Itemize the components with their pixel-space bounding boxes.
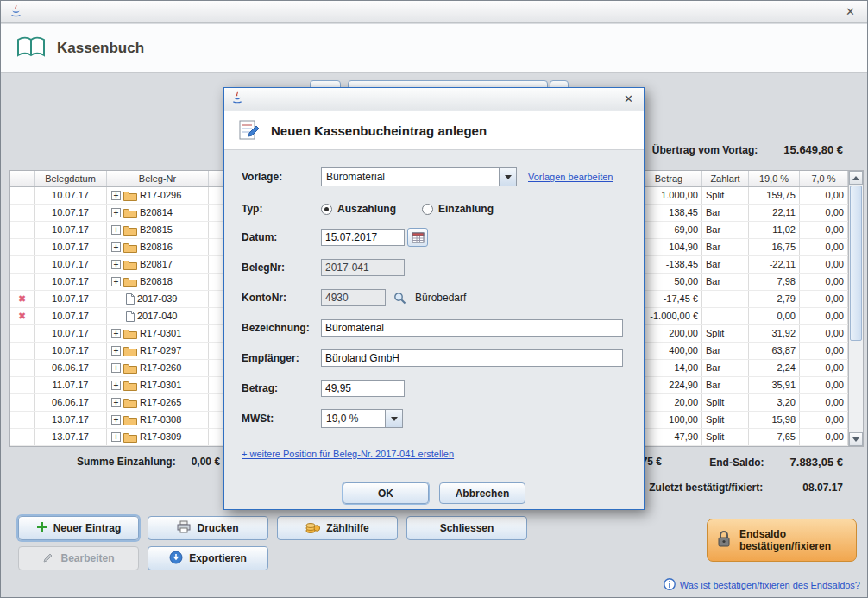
- chevron-down-icon[interactable]: [385, 410, 402, 427]
- empfaenger-input[interactable]: [321, 349, 623, 367]
- expand-icon[interactable]: +: [111, 277, 121, 286]
- print-button[interactable]: Drucken: [148, 516, 268, 540]
- scrollbar-thumb[interactable]: [850, 186, 862, 341]
- calendar-button[interactable]: [407, 228, 428, 247]
- cell-betrag: 104,90: [636, 239, 702, 255]
- expand-icon[interactable]: +: [111, 225, 121, 235]
- belegnr-text: R17-0301: [140, 325, 181, 342]
- vorlagen-bearbeiten-link[interactable]: Vorlagen bearbeiten: [528, 172, 613, 182]
- cell-belegnr: +R17-0301: [107, 325, 209, 342]
- export-button[interactable]: Exportieren: [148, 546, 268, 570]
- col-vat19[interactable]: 19,0 %: [749, 171, 800, 186]
- cell-zahlart: Split: [702, 187, 749, 204]
- cell-zahlart: Split: [702, 429, 749, 445]
- cell-vat7: 0,00: [800, 222, 848, 238]
- cell-belegdatum: 10.07.17: [35, 308, 107, 324]
- delete-icon[interactable]: ✖: [18, 311, 26, 321]
- cell-vat19: 7,98: [749, 274, 800, 290]
- delete-cell: [10, 222, 35, 238]
- betrag-input[interactable]: [321, 380, 405, 397]
- cell-vat19: 35,91: [749, 377, 800, 393]
- cell-belegnr: +B20814: [107, 205, 209, 221]
- cell-zahlart: [702, 291, 749, 307]
- cell-vat7: 0,00: [800, 325, 848, 342]
- radio-einzahlung-label: Einzahlung: [438, 203, 494, 215]
- belegnr-input[interactable]: [321, 259, 405, 276]
- delete-cell: [10, 274, 35, 290]
- edit-button[interactable]: Bearbeiten: [18, 546, 139, 570]
- cell-belegdatum: 10.07.17: [35, 291, 107, 307]
- folder-icon: [123, 363, 137, 374]
- cell-betrag: 138,45: [636, 205, 702, 221]
- expand-icon[interactable]: +: [111, 329, 121, 338]
- expand-icon[interactable]: +: [111, 191, 121, 200]
- chevron-down-icon[interactable]: [499, 168, 516, 186]
- vertical-scrollbar[interactable]: [848, 171, 863, 446]
- coins-icon: [305, 520, 320, 536]
- delete-cell: [10, 429, 35, 445]
- cell-betrag: 20,00: [636, 394, 702, 411]
- col-zahlart[interactable]: Zahlart: [702, 171, 749, 186]
- folder-icon: [123, 225, 137, 236]
- expand-icon[interactable]: +: [111, 208, 121, 217]
- col-belegdatum[interactable]: Belegdatum: [35, 171, 107, 186]
- mwst-combobox[interactable]: 19,0 %: [321, 409, 403, 428]
- cell-vat19: 16,75: [749, 239, 800, 255]
- bezeichnung-label: Bezeichnung:: [242, 322, 321, 334]
- cell-vat19: 2,24: [749, 360, 800, 376]
- datum-input[interactable]: [321, 229, 405, 246]
- belegnr-label: BelegNr:: [242, 261, 321, 274]
- expand-icon[interactable]: +: [111, 415, 121, 425]
- radio-auszahlung[interactable]: [321, 204, 332, 215]
- endsaldo-info-link[interactable]: Was ist bestätigen/fixieren des Endsaldo…: [664, 578, 860, 592]
- radio-einzahlung[interactable]: [422, 204, 433, 215]
- cell-belegdatum: 10.07.17: [35, 325, 107, 342]
- cell-zahlart: Bar: [702, 343, 749, 359]
- search-icon[interactable]: [393, 292, 406, 305]
- expand-icon[interactable]: +: [111, 363, 121, 373]
- expand-icon[interactable]: +: [111, 346, 121, 356]
- delete-cell[interactable]: ✖: [10, 308, 35, 324]
- expand-icon[interactable]: +: [111, 398, 121, 407]
- cell-betrag: -138,45: [636, 256, 702, 273]
- cell-belegnr: +B20818: [107, 274, 209, 290]
- scroll-down-button[interactable]: [849, 432, 863, 446]
- delete-cell: [10, 412, 35, 428]
- cell-belegdatum: 10.07.17: [35, 256, 107, 273]
- end-balance-value: 7.883,05 €: [790, 456, 843, 469]
- delete-icon[interactable]: ✖: [18, 293, 26, 304]
- cell-betrag: 100,00: [636, 412, 702, 428]
- bezeichnung-input[interactable]: [321, 319, 623, 337]
- col-vat7[interactable]: 7,0 %: [800, 171, 848, 186]
- delete-cell[interactable]: ✖: [10, 291, 35, 307]
- kontonr-input[interactable]: [321, 289, 386, 306]
- add-position-link[interactable]: + weitere Position für Beleg-Nr. 2017-04…: [242, 449, 454, 459]
- carryover-value: 15.649,80 €: [783, 143, 843, 156]
- cancel-button[interactable]: Abbrechen: [439, 482, 525, 504]
- cell-betrag: 47,90: [636, 429, 702, 445]
- dialog-buttons: OK Abbrechen: [224, 482, 644, 504]
- expand-icon[interactable]: +: [111, 260, 121, 269]
- folder-icon: [123, 208, 137, 218]
- cell-vat7: 0,00: [800, 360, 848, 376]
- confirm-endsaldo-button[interactable]: Endsaldobestätigen/fixieren: [707, 519, 857, 562]
- expand-icon[interactable]: +: [111, 381, 121, 390]
- dialog-close-button[interactable]: ✕: [620, 92, 637, 105]
- count-aid-button[interactable]: Zählhilfe: [277, 516, 398, 540]
- ok-button[interactable]: OK: [343, 482, 429, 504]
- window-close-button[interactable]: ✕: [842, 5, 859, 18]
- cell-belegdatum: 10.07.17: [35, 343, 107, 359]
- datum-label: Datum:: [242, 231, 321, 243]
- cell-zahlart: [702, 308, 749, 324]
- edit-note-icon: [238, 118, 261, 143]
- col-betrag[interactable]: Betrag: [636, 171, 702, 186]
- col-belegnr[interactable]: Beleg-Nr: [107, 171, 209, 186]
- cell-zahlart: Bar: [702, 360, 749, 376]
- new-entry-button[interactable]: Neuer Eintrag: [18, 516, 139, 540]
- vorlage-combobox[interactable]: Büromaterial: [321, 167, 517, 186]
- expand-icon[interactable]: +: [111, 242, 121, 252]
- belegnr-text: R17-0297: [140, 343, 181, 359]
- close-button[interactable]: Schliessen: [406, 516, 527, 540]
- expand-icon[interactable]: +: [111, 432, 121, 442]
- scroll-up-button[interactable]: [849, 171, 863, 185]
